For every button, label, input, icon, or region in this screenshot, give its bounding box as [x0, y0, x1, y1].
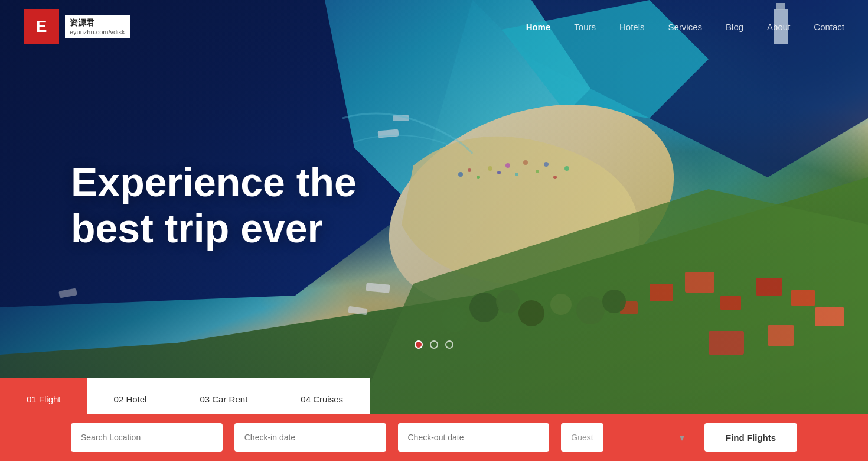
nav-blog[interactable]: Blog: [726, 22, 743, 32]
hero-title: Experience the best trip ever: [71, 159, 357, 251]
logo-area: E 资源君 eyunzhu.com/vdisk: [24, 9, 130, 44]
slider-dot-3[interactable]: [445, 340, 453, 349]
checkin-date-input[interactable]: [234, 423, 386, 452]
nav-services[interactable]: Services: [668, 22, 703, 32]
slider-dot-1[interactable]: [415, 340, 423, 349]
slider-dots: [415, 340, 453, 349]
logo-text: 资源君 eyunzhu.com/vdisk: [65, 15, 130, 38]
hero-section: Experience the best trip ever 01 Flight …: [0, 0, 868, 420]
guest-select-wrapper: Guest 1 2 3 4+: [561, 423, 693, 452]
logo-icon: E: [24, 9, 59, 44]
find-flights-button[interactable]: Find Flights: [704, 423, 797, 452]
search-location-input[interactable]: [71, 423, 223, 452]
hero-content: Experience the best trip ever: [71, 159, 357, 251]
main-nav: Home Tours Hotels Services Blog About Co…: [526, 22, 844, 32]
search-bar: Guest 1 2 3 4+ Find Flights: [0, 414, 868, 461]
logo-sub-text: eyunzhu.com/vdisk: [70, 28, 125, 35]
guest-select[interactable]: Guest 1 2 3 4+: [561, 423, 603, 452]
checkout-date-input[interactable]: [398, 423, 550, 452]
nav-contact[interactable]: Contact: [814, 22, 844, 32]
nav-hotels[interactable]: Hotels: [619, 22, 645, 32]
header: E 资源君 eyunzhu.com/vdisk Home Tours Hotel…: [0, 0, 868, 53]
nav-tours[interactable]: Tours: [574, 22, 596, 32]
slider-dot-2[interactable]: [430, 340, 438, 349]
nav-about[interactable]: About: [767, 22, 790, 32]
logo-main-text: 资源君: [70, 18, 125, 28]
nav-home[interactable]: Home: [526, 22, 551, 32]
